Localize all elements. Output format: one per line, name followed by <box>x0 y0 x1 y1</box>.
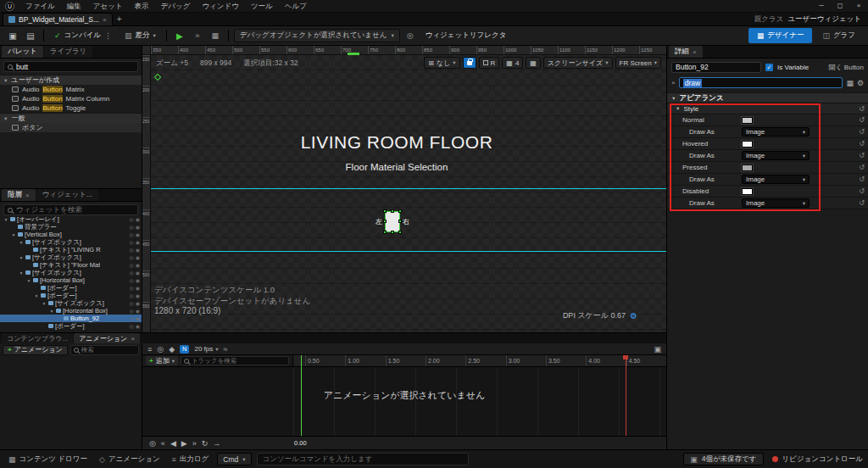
designer-tab-button[interactable]: ▦ デザイナー <box>748 28 812 43</box>
visibility-icon[interactable]: ◉ <box>136 308 140 314</box>
expander-icon[interactable]: ▼ <box>676 106 680 111</box>
curve-icon[interactable]: ≈ <box>224 345 228 354</box>
track-search-input[interactable]: トラックを検索 <box>181 356 289 365</box>
maximize-button[interactable]: ◻ <box>831 0 849 12</box>
step-back-icon[interactable]: ◀ <box>170 439 176 448</box>
menu-item[interactable]: ウィンドウ <box>196 0 245 12</box>
hierarchy-row[interactable]: ▼ [サイズボックス] ◎◉ <box>0 299 142 307</box>
content-drawer-button[interactable]: ▦ コンテンツ ドロワー <box>5 453 91 466</box>
appearance-section-header[interactable]: ▼ アピアランス <box>667 92 868 103</box>
visibility-icon[interactable]: ◉ <box>136 224 140 230</box>
sequencer-options-icon[interactable]: ≡ <box>147 345 152 354</box>
timeline-ruler[interactable]: 0.501.001.502.002.503.003.504.004.50 <box>293 355 666 366</box>
reset-icon[interactable]: ↺ <box>859 128 865 136</box>
reset-icon[interactable]: ↺ <box>859 116 865 124</box>
tab-details[interactable]: 詳細 × <box>669 46 703 58</box>
expander-icon[interactable]: ▼ <box>42 301 47 306</box>
brush-color-swatch[interactable] <box>742 141 753 148</box>
add-track-button[interactable]: + 追加 ▾ <box>146 356 178 365</box>
visibility-icon[interactable]: ◉ <box>136 285 140 291</box>
visibility-icon[interactable]: ◉ <box>136 315 140 321</box>
browse-icon[interactable]: ▤ <box>23 29 38 42</box>
unreal-logo-icon[interactable]: U <box>5 2 14 11</box>
visibility-icon[interactable]: ◉ <box>136 254 140 260</box>
respect-locks-toggle[interactable]: R <box>479 57 500 69</box>
play-icon[interactable]: ▶ <box>181 439 187 448</box>
sequencer-body[interactable]: アニメーションが選択されていません <box>142 367 666 436</box>
widget-subtitle-text[interactable]: Floor Material Selection <box>151 162 643 172</box>
visibility-icon[interactable]: ◉ <box>136 216 140 222</box>
link-icon[interactable]: ◎ <box>130 247 134 253</box>
loop-icon[interactable]: ↻ <box>202 439 209 448</box>
brush-color-swatch[interactable] <box>742 117 753 124</box>
link-icon[interactable]: ◎ <box>130 224 134 230</box>
hierarchy-search-input[interactable]: ウィジェットを検索 <box>3 204 138 215</box>
details-search-input[interactable]: draw <box>679 77 843 88</box>
view-options-icon[interactable]: ◎ <box>157 345 164 354</box>
fps-dropdown[interactable]: 20 fps▾ <box>194 345 218 353</box>
expander-icon[interactable]: ▼ <box>19 270 24 276</box>
unsaved-assets-button[interactable]: ▣ 4個が未保存です <box>683 453 763 465</box>
link-icon[interactable]: ◎ <box>130 292 134 298</box>
selected-button-widget[interactable]: 左 右 <box>373 209 412 234</box>
screen-size-dropdown[interactable]: スクリーンサイズ▾ <box>543 57 613 69</box>
snap-dropdown[interactable]: ⊞なし▾ <box>424 57 459 69</box>
grid-toggle-button[interactable]: ▦ <box>526 57 541 69</box>
menu-item[interactable]: デバッグ <box>155 0 197 12</box>
expander-icon[interactable]: ▼ <box>11 232 16 237</box>
widget-title-text[interactable]: LIVING ROOM FLOOR <box>151 132 643 153</box>
palette-item[interactable]: Audio Button Matrix <box>0 85 142 94</box>
reflector-icon[interactable]: ◎ <box>403 29 418 42</box>
selection-handle[interactable] <box>398 231 402 234</box>
brush-color-swatch[interactable] <box>742 188 753 195</box>
add-animation-button[interactable]: + アニメーション <box>3 345 68 355</box>
reset-icon[interactable]: ↺ <box>859 199 865 207</box>
expander-icon[interactable]: ▼ <box>34 293 39 298</box>
palette-group-general[interactable]: ▼ 一般 <box>0 113 142 123</box>
selection-handle[interactable] <box>391 231 394 234</box>
link-icon[interactable]: ◎ <box>130 270 134 276</box>
expander-icon[interactable]: ▼ <box>19 255 24 260</box>
reset-icon[interactable]: ↺ <box>859 152 865 159</box>
selection-handle[interactable] <box>398 220 402 223</box>
tab-library[interactable]: ライブラリ <box>44 46 93 58</box>
tab-hierarchy[interactable]: 階層 × <box>2 189 36 201</box>
debug-object-dropdown[interactable]: デバッグオブジェクトが選択されていません ▾ <box>234 29 400 42</box>
hierarchy-row[interactable]: 背景ブラー ◎◉ <box>0 223 142 231</box>
link-icon[interactable]: ◎ <box>130 315 134 321</box>
draw-as-dropdown[interactable]: Image▾ <box>742 175 810 184</box>
camera-icon[interactable]: ▣ <box>654 345 661 354</box>
grid-snap-size-button[interactable]: ▦4 <box>502 57 523 69</box>
reset-icon[interactable]: ↺ <box>859 105 865 113</box>
palette-item-button[interactable]: ボタン <box>0 123 142 132</box>
widget-reflector-button[interactable]: ウィジェットリフレクタ <box>420 29 512 43</box>
link-icon[interactable]: ◎ <box>130 262 134 268</box>
menu-item[interactable]: ファイル <box>19 0 61 12</box>
link-icon[interactable]: ◎ <box>130 216 134 222</box>
visibility-icon[interactable]: ◉ <box>136 300 140 306</box>
hierarchy-row[interactable]: ▼ [オーバーレイ] ◎◉ <box>0 215 142 223</box>
palette-group-user[interactable]: ▼ ユーザーが作成 <box>0 75 142 85</box>
menu-item[interactable]: ツール <box>245 0 279 12</box>
lock-button[interactable] <box>463 57 476 69</box>
compile-button[interactable]: ✓ コンパイル ⋮ <box>49 29 117 43</box>
selection-handle[interactable] <box>398 209 402 213</box>
jump-to-end-icon[interactable]: » <box>192 439 197 448</box>
graph-tab-button[interactable]: ◫ グラフ <box>815 28 863 43</box>
link-icon[interactable]: ◎ <box>130 300 134 306</box>
draw-as-row[interactable]: Draw As Image▾ ↺ <box>667 174 868 186</box>
reset-icon[interactable]: ↺ <box>859 140 865 148</box>
visibility-icon[interactable]: ◉ <box>136 277 140 283</box>
jump-to-start-icon[interactable]: « <box>161 439 165 448</box>
menu-item[interactable]: アセット <box>87 0 129 12</box>
button-widget[interactable] <box>386 212 399 231</box>
widget-name-input[interactable]: Button_92 <box>671 62 761 73</box>
link-icon[interactable]: ◎ <box>130 285 134 291</box>
style-state-row[interactable]: Hovered ↺ <box>667 138 868 150</box>
clear-search-icon[interactable]: × <box>671 79 676 86</box>
visibility-icon[interactable]: ◉ <box>136 262 140 268</box>
output-log-button[interactable]: ≡ 出力ログ <box>169 453 213 466</box>
style-state-row[interactable]: Disabled ↺ <box>667 186 868 198</box>
expander-icon[interactable]: ▼ <box>49 309 54 314</box>
open-button-link[interactable]: 開く Button <box>828 63 864 72</box>
